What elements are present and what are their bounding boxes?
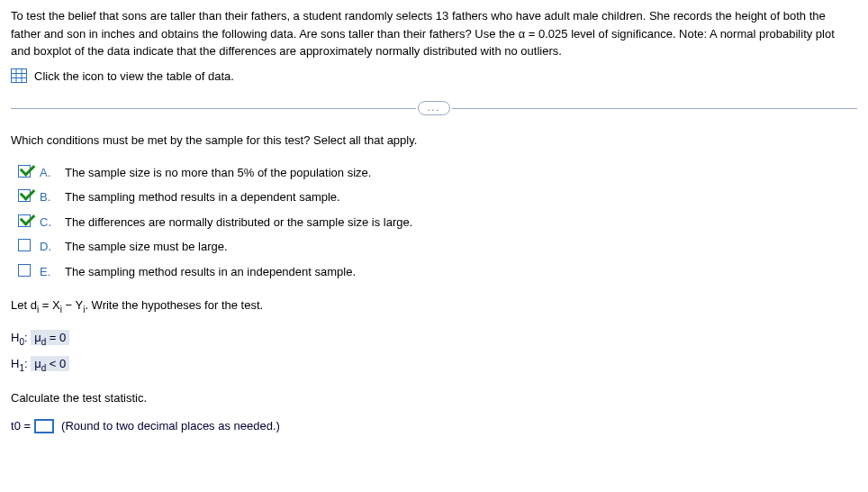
expand-pill[interactable]: ... — [418, 101, 450, 115]
hypothesis-intro: Let di = Xi − Yi. Write the hypotheses f… — [11, 296, 857, 316]
null-hypothesis: H0: μd = 0 — [11, 329, 857, 349]
choice-letter-c: C. — [40, 214, 56, 232]
data-table-link-row: Click the icon to view the table of data… — [11, 68, 857, 86]
choice-text-d: The sample size must be large. — [65, 238, 228, 256]
rounding-note: (Round to two decimal places as needed.) — [61, 417, 280, 435]
test-statistic-row: t0 = (Round to two decimal places as nee… — [11, 417, 857, 435]
data-table-link-text[interactable]: Click the icon to view the table of data… — [34, 68, 234, 86]
choice-letter-e: E. — [40, 263, 56, 281]
divider-right — [452, 108, 857, 109]
choices-list: A. The sample size is no more than 5% of… — [18, 164, 857, 281]
choice-a: A. The sample size is no more than 5% of… — [18, 164, 857, 182]
h0-selection[interactable]: μd = 0 — [31, 330, 69, 345]
choice-c: C. The differences are normally distribu… — [18, 214, 857, 232]
svg-rect-0 — [12, 69, 27, 83]
divider-left — [11, 108, 416, 109]
checkbox-e[interactable] — [18, 264, 31, 277]
choice-letter-b: B. — [40, 188, 56, 206]
choice-b: B. The sampling method results in a depe… — [18, 188, 857, 206]
choice-text-e: The sampling method results in an indepe… — [65, 263, 356, 281]
checkbox-d[interactable] — [18, 239, 31, 251]
conditions-question: Which conditions must be met by the samp… — [11, 132, 857, 150]
choice-e: E. The sampling method results in an ind… — [18, 263, 857, 281]
calc-prompt: Calculate the test statistic. — [11, 389, 857, 407]
problem-intro: To test the belief that sons are taller … — [11, 7, 857, 60]
checkbox-c[interactable] — [18, 214, 31, 227]
choice-text-b: The sampling method results in a depende… — [65, 188, 340, 206]
h1-selection[interactable]: μd < 0 — [31, 356, 69, 371]
t0-input[interactable] — [34, 419, 54, 433]
table-icon[interactable] — [11, 68, 27, 83]
checkbox-b[interactable] — [18, 189, 31, 202]
choice-letter-d: D. — [40, 238, 56, 256]
alt-hypothesis: H1: μd < 0 — [11, 355, 857, 375]
checkbox-a[interactable] — [18, 165, 31, 178]
choice-text-a: The sample size is no more than 5% of th… — [65, 164, 371, 182]
choice-text-c: The differences are normally distributed… — [65, 214, 412, 232]
choice-letter-a: A. — [40, 164, 56, 182]
choice-d: D. The sample size must be large. — [18, 238, 857, 256]
section-divider: ... — [11, 101, 857, 115]
